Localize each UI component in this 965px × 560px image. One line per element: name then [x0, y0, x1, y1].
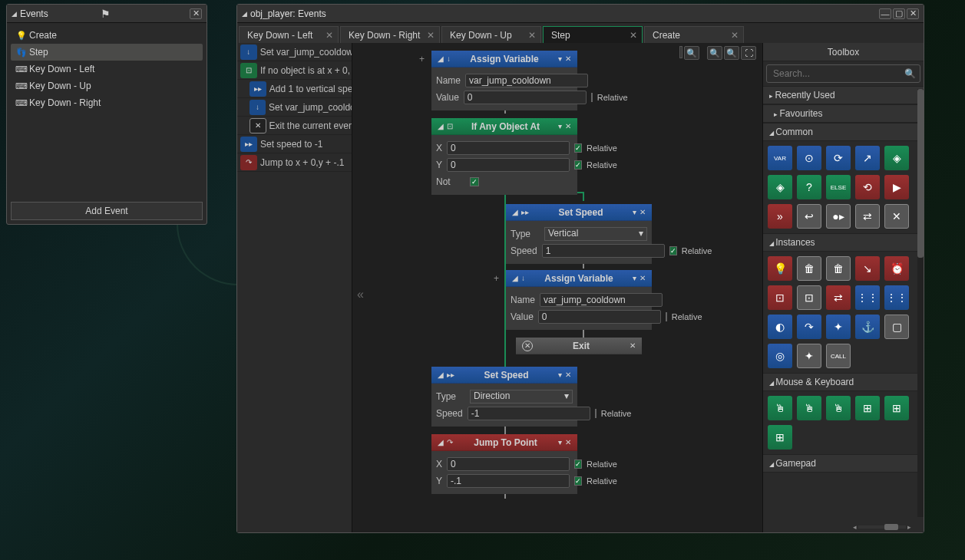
flag-icon[interactable]: ⚑	[99, 7, 113, 21]
maximize-icon[interactable]: ▢	[893, 8, 905, 19]
node-if-any-object[interactable]: ◢⊡If Any Object At▾✕ X✓Relative Y✓Relati…	[431, 118, 577, 195]
toolbox-tool[interactable]: ▢	[884, 315, 909, 339]
dropdown-icon[interactable]: ▾	[558, 438, 562, 446]
toolbox-tool[interactable]: 🖱	[826, 396, 851, 420]
search-input[interactable]	[766, 64, 920, 83]
relative-checkbox[interactable]: ✓	[574, 143, 582, 153]
dropdown-icon[interactable]: ▾	[558, 122, 562, 130]
toolbox-tool[interactable]: ✦	[797, 344, 821, 368]
toolbox-tool[interactable]: ⟳	[826, 146, 851, 170]
toolbox-tool[interactable]: 🗑	[826, 256, 851, 281]
dropdown-icon[interactable]: ▾	[558, 54, 562, 63]
toggle-icon[interactable]	[679, 46, 682, 58]
toolbox-tool[interactable]: ⏰	[884, 256, 909, 281]
action-row[interactable]: ↓Set var_jump_cooldo	[237, 98, 352, 117]
node-jump-to-point[interactable]: ◢↷Jump To Point▾✕ X✓Relative Y✓Relative	[431, 434, 577, 494]
event-item-create[interactable]: 💡Create	[11, 27, 203, 44]
section-instances[interactable]: Instances	[763, 233, 924, 252]
relative-checkbox[interactable]	[595, 409, 597, 418]
h-scrollbar[interactable]: ◂▸	[851, 523, 913, 531]
relative-checkbox[interactable]: ✓	[574, 476, 582, 486]
plus-icon[interactable]: +	[494, 273, 499, 284]
close-icon[interactable]: ✕	[326, 30, 333, 41]
name-input[interactable]	[540, 293, 663, 307]
close-icon[interactable]: ✕	[639, 208, 646, 216]
plus-icon[interactable]: +	[419, 54, 425, 64]
add-event-button[interactable]: Add Event	[11, 202, 203, 220]
event-item-key-up[interactable]: ⌨Key Down - Up	[11, 77, 203, 94]
tab-key-right[interactable]: Key Down - Right✕	[340, 26, 440, 43]
close-icon[interactable]: ✕	[630, 30, 637, 41]
zoom-reset-icon[interactable]: 🔍	[724, 46, 739, 60]
toolbox-tool[interactable]: 🗑	[797, 256, 821, 281]
search-icon[interactable]: 🔍	[904, 68, 916, 79]
toolbox-tool[interactable]: VAR	[768, 146, 792, 170]
toolbox-tool[interactable]: ↘	[855, 256, 880, 281]
value-input[interactable]	[538, 310, 661, 324]
event-item-step[interactable]: 👣Step	[11, 44, 203, 61]
speed-input[interactable]	[542, 244, 665, 258]
zoom-out-icon[interactable]: 🔍	[684, 46, 699, 60]
tab-create[interactable]: Create✕	[644, 26, 744, 43]
close-icon[interactable]: ✕	[565, 54, 571, 63]
toolbox-tool[interactable]: ⊞	[855, 396, 880, 420]
toolbox-tool[interactable]: ⊙	[797, 146, 821, 170]
tab-key-left[interactable]: Key Down - Left✕	[239, 26, 339, 43]
toolbox-tool[interactable]: ▶	[884, 175, 909, 199]
close-icon[interactable]: ✕	[630, 341, 636, 350]
minimize-icon[interactable]: —	[879, 8, 891, 19]
toolbox-tool[interactable]: ⊞	[884, 396, 909, 420]
section-mouse[interactable]: Mouse & Keyboard	[763, 373, 924, 391]
type-select[interactable]: Vertical	[544, 227, 647, 241]
toolbox-tool[interactable]: ◈	[768, 175, 792, 199]
type-select[interactable]: Direction	[470, 390, 573, 404]
speed-input[interactable]	[468, 407, 590, 420]
toolbox-tool[interactable]: ●▸	[826, 204, 851, 229]
toolbox-tool[interactable]: CALL	[826, 344, 851, 368]
zoom-out-icon[interactable]: 🔍	[707, 46, 722, 60]
toolbox-tool[interactable]: ELSE	[826, 175, 851, 199]
section-gamepad[interactable]: Gamepad	[763, 454, 924, 473]
toolbox-tool[interactable]: ⚓	[855, 315, 880, 339]
toolbox-tool[interactable]: 🖱	[797, 396, 821, 420]
x-input[interactable]	[447, 141, 570, 155]
toolbox-tool[interactable]: ⊡	[797, 285, 821, 310]
relative-checkbox[interactable]: ✓	[574, 460, 582, 469]
close-icon[interactable]: ✕	[528, 30, 536, 41]
dropdown-icon[interactable]: ▾	[633, 208, 636, 216]
section-common[interactable]: Common	[763, 123, 924, 141]
value-input[interactable]	[464, 91, 587, 104]
toolbox-tool[interactable]: ◈	[884, 146, 909, 170]
toolbox-tool[interactable]: ◎	[768, 344, 792, 368]
close-icon[interactable]: ✕	[190, 8, 202, 19]
node-exit[interactable]: ✕Exit✕	[516, 338, 642, 354]
toolbox-tool[interactable]: ⋮⋮	[884, 285, 909, 310]
action-row[interactable]: ▸▸Set speed to -1	[237, 135, 352, 153]
tab-key-up[interactable]: Key Down - Up✕	[441, 26, 541, 43]
toolbox-tool[interactable]: »	[768, 204, 792, 229]
toolbox-tool[interactable]: ⊞	[768, 425, 792, 450]
toolbox-tool[interactable]: ↩	[797, 204, 821, 229]
action-row[interactable]: ▸▸Add 1 to vertical spe	[237, 80, 352, 98]
close-icon[interactable]: ✕	[565, 122, 571, 130]
node-assign-variable[interactable]: + ◢↓Assign Variable▾✕ Name ValueRelative	[431, 51, 577, 110]
dropdown-icon[interactable]: ▾	[558, 371, 562, 379]
toolbox-tool[interactable]: ⇄	[855, 204, 880, 229]
not-checkbox[interactable]: ✓	[470, 177, 479, 186]
close-icon[interactable]: ✕	[731, 30, 739, 41]
relative-checkbox[interactable]	[666, 312, 667, 321]
close-icon[interactable]: ✕	[565, 371, 571, 379]
toolbox-tool[interactable]: ↗	[855, 146, 880, 170]
toolbox-tool[interactable]: ◐	[768, 315, 792, 339]
node-assign-variable[interactable]: + ◢↓Assign Variable▾✕ Name ValueRelative	[506, 270, 652, 330]
section-recent[interactable]: Recently Used	[763, 86, 924, 104]
toolbox-tool[interactable]: ↷	[797, 315, 821, 339]
close-icon[interactable]: ✕	[427, 30, 435, 41]
event-item-key-left[interactable]: ⌨Key Down - Left	[11, 61, 203, 77]
toolbox-tool[interactable]: ✦	[826, 315, 851, 339]
action-row[interactable]: ↷Jump to x + 0,y + -.1	[237, 153, 352, 172]
toolbox-tool[interactable]: ✕	[884, 204, 909, 229]
node-set-speed[interactable]: ◢▸▸Set Speed▾✕ TypeDirection SpeedRelati…	[431, 367, 577, 427]
event-item-key-right[interactable]: ⌨Key Down - Right	[11, 94, 203, 111]
close-icon[interactable]: ✕	[565, 438, 571, 446]
